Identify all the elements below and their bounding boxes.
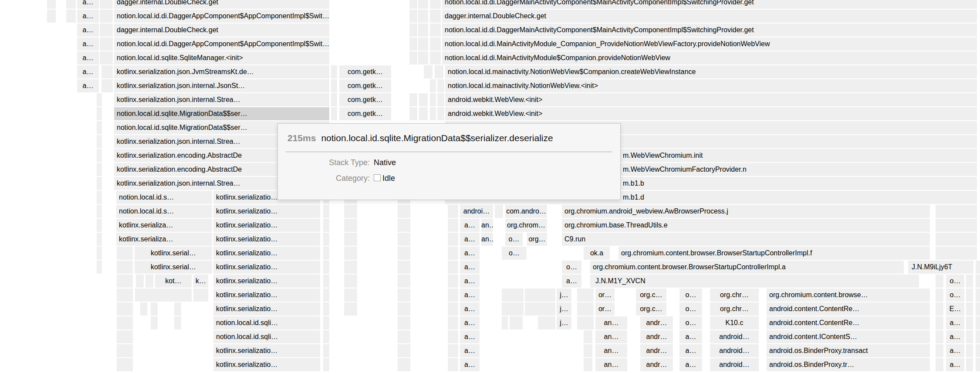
stack-frame-filler[interactable] — [430, 93, 436, 106]
stack-frame[interactable]: or… — [595, 302, 615, 315]
stack-frame[interactable]: a… — [77, 51, 99, 64]
stack-frame-filler[interactable] — [525, 302, 555, 315]
stack-frame-filler[interactable] — [966, 316, 973, 329]
stack-frame-filler[interactable] — [577, 316, 594, 329]
stack-frame[interactable]: kotlinx.serializatio… — [213, 261, 320, 274]
stack-frame-filler[interactable] — [409, 37, 417, 51]
stack-frame[interactable]: an… — [595, 358, 627, 371]
stack-frame-filler[interactable] — [398, 219, 410, 232]
stack-frame-filler[interactable] — [344, 219, 357, 232]
stack-frame[interactable]: com.getk… — [339, 65, 391, 78]
stack-frame[interactable]: a… — [679, 344, 702, 357]
stack-frame[interactable]: a… — [460, 358, 480, 371]
stack-frame[interactable]: notion.local.id.sqlite.MigrationData$$se… — [114, 107, 329, 120]
stack-frame-filler[interactable] — [323, 205, 329, 218]
stack-frame[interactable]: kotlinx.serial… — [135, 247, 212, 260]
stack-frame-filler[interactable] — [419, 107, 428, 120]
stack-frame-filler[interactable] — [331, 107, 337, 120]
stack-frame[interactable]: dagger.internal.DoubleCheck.get — [114, 24, 329, 37]
stack-frame-filler[interactable] — [448, 330, 458, 343]
stack-frame[interactable]: andr… — [640, 344, 673, 357]
stack-frame-filler[interactable] — [448, 302, 458, 315]
stack-frame-filler[interactable] — [101, 65, 113, 78]
stack-frame[interactable]: or… — [595, 288, 615, 302]
stack-frame-filler[interactable] — [344, 302, 357, 315]
stack-frame[interactable]: notion.local.id.di.MainActivityModule_Co… — [442, 37, 977, 51]
stack-frame-filler[interactable] — [97, 107, 102, 120]
stack-frame-filler[interactable] — [117, 344, 133, 357]
stack-frame-filler[interactable] — [976, 344, 980, 357]
stack-frame[interactable]: org.c… — [636, 302, 666, 315]
stack-frame-filler[interactable] — [117, 288, 133, 302]
stack-frame[interactable]: J.N.M9iLjy6T — [908, 261, 973, 274]
stack-frame-filler[interactable] — [430, 107, 436, 120]
stack-frame-filler[interactable] — [966, 358, 973, 371]
stack-frame-filler[interactable] — [430, 51, 441, 64]
stack-frame-filler[interactable] — [100, 37, 113, 51]
stack-frame[interactable]: android.os.BinderProxy.transact — [767, 344, 930, 357]
stack-frame-filler[interactable] — [495, 205, 503, 218]
stack-frame-filler[interactable] — [323, 344, 329, 357]
stack-frame[interactable]: an… — [595, 330, 627, 343]
stack-frame-filler[interactable] — [448, 233, 458, 246]
stack-frame-filler[interactable] — [100, 51, 113, 64]
stack-frame-filler[interactable] — [151, 316, 158, 329]
stack-frame[interactable]: an… — [595, 344, 627, 357]
stack-frame-filler[interactable] — [398, 330, 410, 343]
stack-frame-filler[interactable] — [435, 65, 443, 78]
stack-frame[interactable]: kotlinx.serializatio… — [213, 275, 320, 288]
stack-frame-filler[interactable] — [331, 79, 337, 92]
stack-frame[interactable]: o… — [679, 288, 702, 302]
stack-frame-filler[interactable] — [584, 344, 592, 357]
stack-frame-filler[interactable] — [448, 288, 458, 302]
stack-frame[interactable]: a… — [77, 79, 99, 92]
stack-frame[interactable]: android.content.ContentRe… — [767, 316, 930, 329]
stack-frame[interactable]: K10.c — [710, 316, 759, 329]
stack-frame-filler[interactable] — [174, 302, 181, 315]
stack-frame-filler[interactable] — [135, 288, 192, 302]
stack-frame[interactable]: a… — [77, 37, 99, 51]
stack-frame[interactable]: j… — [557, 288, 571, 302]
stack-frame[interactable]: o… — [562, 261, 581, 274]
stack-frame[interactable]: o… — [502, 247, 527, 260]
stack-frame-filler[interactable] — [323, 233, 329, 246]
stack-frame[interactable]: a… — [946, 316, 964, 329]
stack-frame-filler[interactable] — [430, 0, 441, 9]
stack-frame-filler[interactable] — [398, 261, 410, 274]
stack-frame-filler[interactable] — [448, 344, 458, 357]
stack-frame-filler[interactable] — [437, 107, 444, 120]
stack-frame[interactable]: kotlinx.serializatio… — [213, 302, 320, 315]
stack-frame[interactable]: android… — [710, 330, 759, 343]
stack-frame-filler[interactable] — [97, 93, 102, 106]
stack-frame-filler[interactable] — [418, 51, 428, 64]
stack-frame-filler[interactable] — [448, 247, 458, 260]
stack-frame[interactable]: a… — [946, 344, 964, 357]
stack-frame[interactable]: a… — [460, 233, 480, 246]
stack-frame[interactable]: a… — [77, 10, 99, 23]
stack-frame[interactable]: notion.local.id.mainactivity.NotionWebVi… — [445, 65, 977, 78]
stack-frame-filler[interactable] — [976, 261, 980, 274]
stack-frame[interactable]: notion.local.id.s… — [116, 205, 212, 218]
stack-frame-filler[interactable] — [398, 205, 410, 218]
stack-frame[interactable]: android.webkit.WebView.<init> — [445, 93, 977, 106]
stack-frame-filler[interactable] — [430, 10, 441, 23]
stack-frame[interactable]: a… — [679, 330, 702, 343]
stack-frame-filler[interactable] — [418, 37, 428, 51]
stack-frame-filler[interactable] — [966, 288, 973, 302]
stack-frame-filler[interactable] — [323, 288, 329, 302]
stack-frame-filler[interactable] — [117, 261, 133, 274]
stack-frame[interactable]: a… — [946, 358, 964, 371]
stack-frame-filler[interactable] — [976, 275, 980, 288]
stack-frame-filler[interactable] — [577, 302, 594, 315]
stack-frame[interactable]: J.N.M1Y_XVCN — [590, 275, 919, 288]
stack-frame-filler[interactable] — [398, 302, 410, 315]
stack-frame-filler[interactable] — [409, 107, 417, 120]
stack-frame[interactable]: android… — [710, 344, 759, 357]
stack-frame[interactable]: an… — [481, 219, 493, 232]
stack-frame[interactable]: kotlinx.serializatio… — [213, 205, 320, 218]
stack-frame-filler[interactable] — [398, 344, 410, 357]
stack-frame[interactable]: androi… — [460, 205, 493, 218]
stack-frame-filler[interactable] — [936, 275, 943, 288]
stack-frame-filler[interactable] — [100, 0, 113, 9]
stack-frame-filler[interactable] — [100, 10, 113, 23]
